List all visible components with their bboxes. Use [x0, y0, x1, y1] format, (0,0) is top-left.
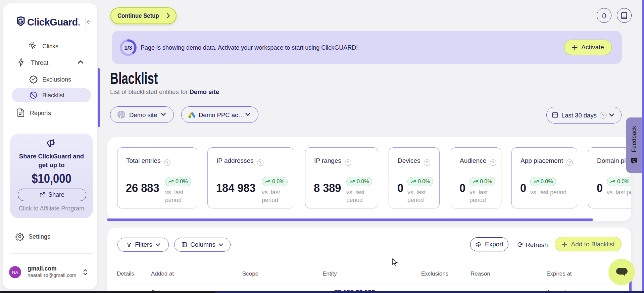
svg-text:1/3: 1/3 [125, 45, 132, 51]
